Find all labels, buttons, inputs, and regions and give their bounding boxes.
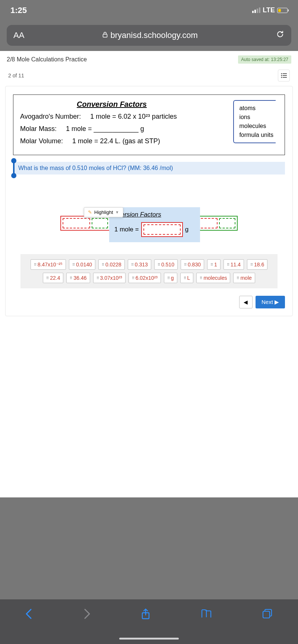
- chip-label: molecules: [203, 275, 227, 281]
- grip-icon: ⠿: [132, 276, 134, 280]
- highlight-label: Highlight: [94, 209, 113, 215]
- chip-0-510[interactable]: ⠿0.510: [154, 259, 178, 270]
- chip-g[interactable]: ⠿g: [164, 273, 177, 283]
- chip-0-313[interactable]: ⠿0.313: [128, 259, 151, 270]
- chip-label: 18.6: [254, 262, 264, 267]
- given-box: [60, 216, 110, 231]
- chevron-down-icon: ▼: [115, 210, 119, 214]
- ref-molarmass-value: 1 mole = ____________ g: [66, 125, 144, 132]
- chip-label: 0.0140: [76, 262, 92, 267]
- lock-icon: [102, 31, 108, 40]
- ref-side-formula: formula units: [239, 131, 273, 140]
- grip-icon: ⠿: [227, 263, 229, 267]
- signal-icon: [252, 7, 260, 13]
- autosave-badge: Auto saved at: 13:25:27: [238, 55, 291, 64]
- reference-title: Conversion Factors: [13, 100, 210, 109]
- chip-3-07e23[interactable]: ⠿3.07x10²³: [93, 273, 126, 283]
- next-button[interactable]: Next ▶: [256, 296, 285, 308]
- progress-text: 2 of 11: [8, 73, 24, 79]
- prev-button[interactable]: ◀: [239, 296, 253, 308]
- chip-label: 8.47x10⁻²⁵: [38, 262, 63, 267]
- chip-mole[interactable]: ⠿mole: [233, 273, 255, 283]
- page-title: 2/8 Mole Calculations Practice: [7, 56, 87, 63]
- url-text: bryanisd.schoology.com: [110, 31, 197, 40]
- answer-bank: ⠿8.47x10⁻²⁵ ⠿0.0140 ⠿0.0228 ⠿0.313 ⠿0.51…: [20, 254, 278, 288]
- grip-icon: ⠿: [167, 276, 169, 280]
- svg-rect-6: [283, 77, 287, 78]
- given-value-slot[interactable]: [63, 218, 90, 228]
- page-header: 2/8 Mole Calculations Practice Auto save…: [0, 51, 298, 67]
- work-area: ✎ Highlight ▼ nversion Factors 1 mole = …: [13, 207, 285, 288]
- cf-row: 1 mole = g: [114, 222, 195, 237]
- chip-label: 0.510: [161, 262, 174, 267]
- chip-1[interactable]: ⠿1: [207, 259, 221, 270]
- grip-icon: ⠿: [158, 263, 159, 267]
- chip-L[interactable]: ⠿L: [180, 273, 194, 283]
- forward-button[interactable]: [83, 608, 91, 622]
- url-bar[interactable]: AA bryanisd.schoology.com: [7, 25, 291, 46]
- grip-icon: ⠿: [237, 276, 238, 280]
- ref-molarvol-value: 1 mole = 22.4 L. (gas at STP): [72, 137, 160, 145]
- cf-onemole: 1 mole =: [114, 226, 139, 233]
- chip-18-6[interactable]: ⠿18.6: [247, 259, 267, 270]
- ref-avogadro-value: 1 mole = 6.02 x 10²³ particles: [90, 113, 177, 120]
- ref-side-atoms: atoms: [239, 104, 273, 113]
- bookmarks-button[interactable]: [200, 608, 212, 621]
- chip-label: 3.07x10²³: [100, 275, 122, 281]
- progress-row: 2 of 11: [0, 67, 298, 86]
- network-label: LTE: [263, 6, 275, 14]
- grip-icon: ⠿: [72, 263, 74, 267]
- ans-unit-slot[interactable]: [219, 218, 235, 228]
- chip-6-02e23[interactable]: ⠿6.02x10²³: [129, 273, 161, 283]
- text-size-button[interactable]: AA: [13, 31, 24, 40]
- svg-rect-9: [263, 611, 270, 618]
- page: 2/8 Mole Calculations Practice Auto save…: [0, 51, 298, 497]
- chip-8-47e-25[interactable]: ⠿8.47x10⁻²⁵: [31, 259, 66, 270]
- ref-side-molecules: molecules: [239, 122, 273, 131]
- svg-rect-2: [283, 73, 287, 74]
- given-unit-slot[interactable]: [92, 218, 108, 228]
- chip-36-46[interactable]: ⠿36.46: [66, 273, 90, 283]
- nav-row: ◀ Next ▶: [13, 296, 285, 308]
- chip-label: g: [171, 275, 174, 281]
- share-button[interactable]: [141, 608, 150, 623]
- back-button[interactable]: [25, 608, 33, 622]
- svg-rect-4: [283, 75, 287, 76]
- grip-icon: ⠿: [131, 263, 133, 267]
- chip-11-4[interactable]: ⠿11.4: [224, 259, 244, 270]
- svg-point-1: [281, 73, 282, 74]
- ref-molarmass-label: Molar Mass:: [20, 125, 57, 132]
- svg-point-5: [281, 77, 282, 78]
- selection-handle-top[interactable]: [11, 158, 16, 163]
- chip-0-830[interactable]: ⠿0.830: [181, 259, 204, 270]
- question-text[interactable]: What is the mass of 0.510 moles of HCl? …: [13, 162, 285, 174]
- chip-label: 0.0228: [105, 262, 121, 267]
- url-field[interactable]: bryanisd.schoology.com: [24, 31, 276, 40]
- chip-label: 11.4: [231, 262, 241, 267]
- grip-icon: ⠿: [200, 276, 202, 280]
- question-list-button[interactable]: [278, 70, 290, 81]
- grip-icon: ⠿: [184, 276, 186, 280]
- cf-slot-value[interactable]: [143, 224, 181, 235]
- chip-0-0140[interactable]: ⠿0.0140: [69, 259, 95, 270]
- cf-unit-g: g: [185, 226, 188, 233]
- highlight-menu[interactable]: ✎ Highlight ▼: [84, 207, 123, 217]
- tabs-button[interactable]: [262, 608, 273, 622]
- chip-label: 0.313: [135, 262, 148, 267]
- question-label: What is the mass of 0.510 moles of HCl? …: [18, 165, 173, 171]
- chip-molecules[interactable]: ⠿molecules: [196, 273, 230, 283]
- grip-icon: ⠿: [46, 276, 48, 280]
- grip-icon: ⠿: [96, 276, 98, 280]
- pencil-icon: ✎: [88, 209, 92, 215]
- chip-label: 22.4: [50, 275, 60, 281]
- chip-label: 1: [214, 262, 217, 267]
- home-indicator[interactable]: [119, 638, 179, 640]
- grip-icon: ⠿: [34, 263, 36, 267]
- selection-handle-bottom[interactable]: [11, 173, 16, 178]
- status-right: LTE: [252, 6, 288, 14]
- svg-point-3: [281, 75, 282, 76]
- chip-0-0228[interactable]: ⠿0.0228: [98, 259, 125, 270]
- chip-22-4[interactable]: ⠿22.4: [43, 273, 63, 283]
- reload-icon[interactable]: [276, 30, 285, 41]
- cf-slot-value-wrap: [141, 222, 183, 237]
